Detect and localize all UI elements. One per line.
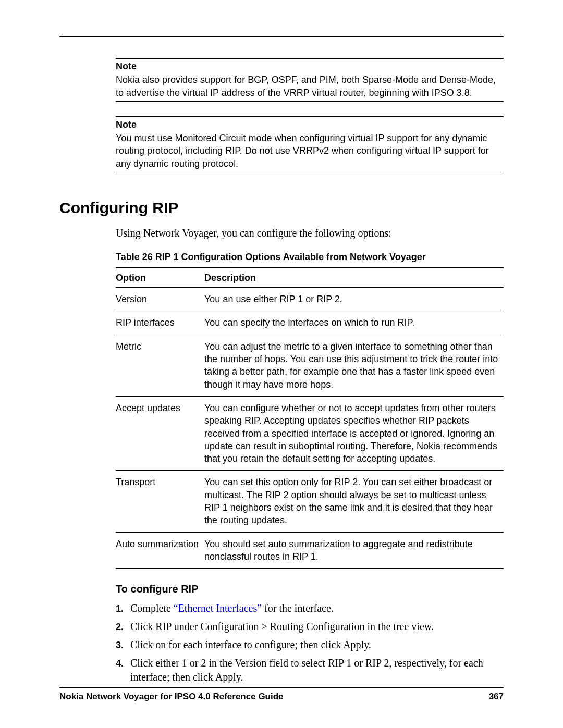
table-row: Version You an use either RIP 1 or RIP 2… xyxy=(116,288,504,311)
proc-heading: To configure RIP xyxy=(116,582,504,596)
table-row: RIP interfaces You can specify the inter… xyxy=(116,311,504,335)
step-text: Click on for each interface to configure… xyxy=(130,638,504,652)
footer-rule xyxy=(59,687,504,688)
intro-text: Using Network Voyager, you can configure… xyxy=(116,226,504,240)
steps-list: 1. Complete “Ethernet Interfaces” for th… xyxy=(116,601,504,684)
footer-row: Nokia Network Voyager for IPSO 4.0 Refer… xyxy=(59,691,504,703)
footer: Nokia Network Voyager for IPSO 4.0 Refer… xyxy=(59,687,504,703)
cell-desc: You an use either RIP 1 or RIP 2. xyxy=(204,288,504,311)
note-block-2: Note You must use Monitored Circuit mode… xyxy=(116,116,504,172)
table-row: Accept updates You can configure whether… xyxy=(116,396,504,470)
cell-desc: You should set auto summarization to agg… xyxy=(204,532,504,569)
step-2: 2. Click RIP under Configuration > Routi… xyxy=(116,620,504,634)
cell-desc: You can set this option only for RIP 2. … xyxy=(204,471,504,532)
note-rule-top xyxy=(116,116,504,117)
step-text-fragment: for the interface. xyxy=(262,602,334,614)
page: Note Nokia also provides support for BGP… xyxy=(0,0,563,728)
top-rule xyxy=(59,36,504,37)
cell-desc: You can specify the interfaces on which … xyxy=(204,311,504,335)
heading-configuring-rip: Configuring RIP xyxy=(59,198,504,219)
step-text: Click either 1 or 2 in the Version field… xyxy=(130,656,504,684)
note-rule-top xyxy=(116,58,504,59)
cell-option: Auto summarization xyxy=(116,532,204,569)
cell-option: Version xyxy=(116,288,204,311)
footer-title: Nokia Network Voyager for IPSO 4.0 Refer… xyxy=(59,691,284,703)
note-label: Note xyxy=(116,118,504,131)
step-number: 3. xyxy=(116,638,130,652)
note-rule-bottom xyxy=(116,101,504,102)
note-body: Nokia also provides support for BGP, OSP… xyxy=(116,73,504,99)
step-text: Complete “Ethernet Interfaces” for the i… xyxy=(130,601,504,615)
step-text-fragment: Complete xyxy=(130,602,174,614)
table-caption: Table 26 RIP 1 Configuration Options Ava… xyxy=(116,251,504,263)
options-table: Option Description Version You an use ei… xyxy=(116,267,504,569)
th-option: Option xyxy=(116,268,204,288)
step-3: 3. Click on for each interface to config… xyxy=(116,638,504,652)
note-rule-bottom xyxy=(116,172,504,172)
link-ethernet-interfaces[interactable]: “Ethernet Interfaces” xyxy=(174,602,262,614)
cell-option: Transport xyxy=(116,471,204,532)
step-text: Click RIP under Configuration > Routing … xyxy=(130,620,504,634)
step-number: 4. xyxy=(116,656,130,684)
table-row: Transport You can set this option only f… xyxy=(116,471,504,532)
step-number: 2. xyxy=(116,620,130,634)
th-description: Description xyxy=(204,268,504,288)
note-label: Note xyxy=(116,60,504,72)
note-block-1: Note Nokia also provides support for BGP… xyxy=(116,58,504,102)
step-number: 1. xyxy=(116,601,130,615)
cell-desc: You can configure whether or not to acce… xyxy=(204,396,504,470)
footer-page-number: 367 xyxy=(489,691,504,703)
step-4: 4. Click either 1 or 2 in the Version fi… xyxy=(116,656,504,684)
note-body: You must use Monitored Circuit mode when… xyxy=(116,132,504,170)
cell-desc: You can adjust the metric to a given int… xyxy=(204,335,504,396)
step-1: 1. Complete “Ethernet Interfaces” for th… xyxy=(116,601,504,615)
cell-option: Accept updates xyxy=(116,396,204,470)
table-row: Metric You can adjust the metric to a gi… xyxy=(116,335,504,396)
table-header-row: Option Description xyxy=(116,268,504,288)
cell-option: RIP interfaces xyxy=(116,311,204,335)
table-row: Auto summarization You should set auto s… xyxy=(116,532,504,569)
cell-option: Metric xyxy=(116,335,204,396)
